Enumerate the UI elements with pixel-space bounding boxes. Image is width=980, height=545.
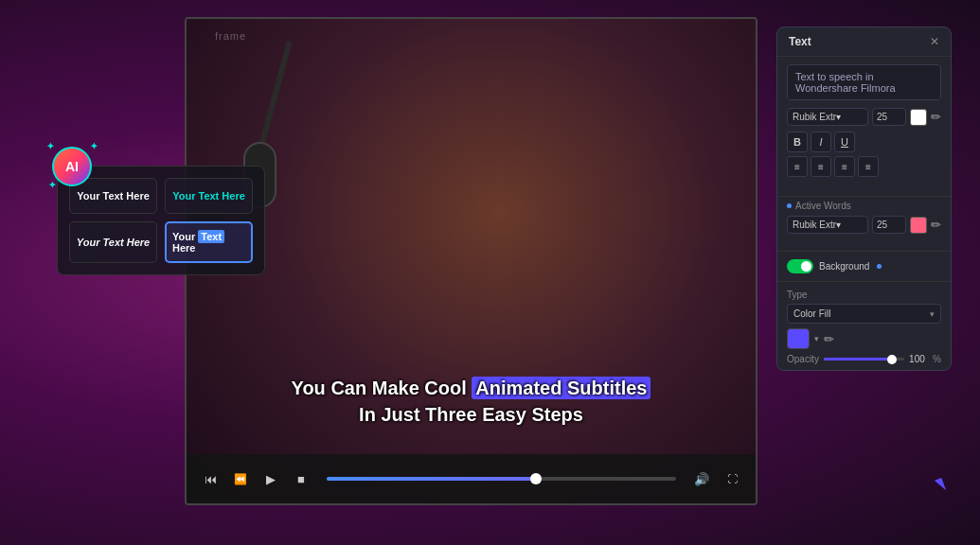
rewind-button[interactable]: ⏮ — [200, 468, 221, 489]
frame-watermark: frame — [215, 30, 246, 42]
type-section: Type Color Fill ▾ ▾ ✏ Opacity 100 % — [777, 286, 951, 370]
background-label: Background — [819, 261, 869, 272]
sparkle-icon-bl: ✦ — [48, 180, 56, 190]
align-justify-button[interactable]: ≡ — [858, 156, 879, 177]
subtitle-line-1: You Can Make Cool Animated Subtitles — [187, 375, 756, 401]
style-card-3-text: Your Text Here — [77, 237, 150, 248]
panel-body: Text to speech in Wondershare Filmora Ru… — [777, 57, 951, 192]
toggle-knob — [801, 261, 811, 272]
type-value: Color Fill — [793, 308, 830, 319]
ai-circle: AI ✦ ✦ ✦ — [52, 147, 92, 186]
text-content-input[interactable]: Text to speech in Wondershare Filmora — [787, 64, 941, 100]
style-card-2[interactable]: Your Text Here — [165, 178, 253, 214]
section-divider-2 — [777, 251, 951, 252]
active-words-size-select[interactable]: 25 — [872, 216, 906, 234]
panel-title: Text — [789, 35, 811, 48]
font-settings-row: Rubik Extr▾ 25 ✏ — [787, 108, 941, 126]
active-words-label: Active Words — [787, 201, 941, 211]
style-card-4-highlight: Text — [198, 230, 224, 243]
type-label: Type — [787, 290, 941, 300]
subtitle-highlight: Animated Subtitles — [472, 377, 650, 399]
active-words-color-swatch[interactable] — [910, 217, 927, 234]
opacity-row: Opacity 100 % — [787, 354, 941, 364]
active-words-title: Active Words — [795, 201, 851, 211]
style-card-1-text: Your Text Here — [77, 190, 150, 202]
text-align-row: ≡ ≡ ≡ ≡ — [787, 156, 941, 177]
background-dot — [877, 264, 882, 269]
video-content — [187, 19, 756, 503]
color-fill-row: ▾ ✏ — [787, 328, 941, 349]
video-player: frame You Can Make Cool Animated Subtitl… — [185, 17, 757, 505]
frame-back-button[interactable]: ⏪ — [230, 468, 251, 489]
progress-thumb[interactable] — [530, 473, 542, 484]
underline-button[interactable]: U — [834, 132, 855, 152]
align-left-button[interactable]: ≡ — [787, 156, 808, 177]
font-color-swatch[interactable] — [910, 109, 927, 126]
style-card-4[interactable]: Your Text Here — [165, 221, 253, 263]
opacity-label: Opacity — [787, 354, 819, 364]
opacity-slider[interactable] — [824, 358, 904, 360]
stop-button[interactable]: ■ — [291, 468, 312, 489]
progress-bar[interactable] — [327, 477, 676, 481]
sparkle-icon-tl: ✦ — [46, 141, 54, 151]
opacity-fill — [824, 358, 892, 360]
sparkle-icon-tr: ✦ — [90, 141, 98, 151]
percent-sign: % — [933, 354, 941, 364]
section-divider-3 — [777, 281, 951, 282]
align-right-button[interactable]: ≡ — [834, 156, 855, 177]
text-format-row: B I U — [787, 132, 941, 152]
subtitle-text-pre: You Can Make Cool — [292, 378, 472, 398]
italic-button[interactable]: I — [811, 132, 831, 152]
style-card-3[interactable]: Your Text Here — [69, 221, 157, 263]
section-divider-1 — [777, 196, 951, 197]
volume-button[interactable]: 🔊 — [691, 468, 712, 489]
subtitle-display: You Can Make Cool Animated Subtitles In … — [187, 375, 756, 428]
active-words-font-row: Rubik Extr▾ 25 ✏ — [787, 216, 941, 234]
subtitle-line-2: In Just Three Easy Steps — [187, 401, 756, 428]
color-picker-icon[interactable]: ✏ — [931, 110, 941, 124]
fill-picker-icon[interactable]: ✏ — [824, 332, 834, 346]
video-controls: ⏮ ⏪ ▶ ■ 🔊 ⛶ — [187, 454, 756, 503]
play-button[interactable]: ▶ — [260, 468, 281, 489]
panel-header: Text ✕ — [777, 27, 951, 57]
progress-fill — [327, 477, 536, 481]
background-row: Background — [777, 255, 951, 277]
font-family-select[interactable]: Rubik Extr▾ — [787, 108, 868, 126]
align-center-button[interactable]: ≡ — [811, 156, 831, 177]
fill-color-swatch[interactable] — [787, 328, 810, 349]
active-words-section: Active Words Rubik Extr▾ 25 ✏ — [777, 201, 951, 247]
section-dot — [787, 203, 792, 208]
expand-button[interactable]: ⛶ — [722, 468, 742, 489]
active-words-font-select[interactable]: Rubik Extr▾ — [787, 216, 868, 234]
opacity-value: 100 — [909, 354, 928, 364]
style-card-4-text: Your Text Here — [172, 231, 245, 254]
text-editor-panel: Text ✕ Text to speech in Wondershare Fil… — [776, 26, 952, 371]
type-select[interactable]: Color Fill ▾ — [787, 304, 941, 324]
ai-badge-label: AI — [65, 159, 79, 174]
style-card-2-text: Your Text Here — [172, 190, 245, 202]
font-size-select[interactable]: 25 — [872, 108, 906, 126]
opacity-thumb[interactable] — [887, 355, 897, 364]
style-grid: Your Text Here Your Text Here Your Text … — [69, 178, 253, 263]
background-toggle[interactable] — [787, 259, 813, 273]
bold-button[interactable]: B — [787, 132, 808, 152]
fill-chevron-icon: ▾ — [814, 334, 819, 343]
type-chevron-icon: ▾ — [930, 309, 935, 319]
panel-close-button[interactable]: ✕ — [930, 35, 939, 48]
ai-badge-container: AI ✦ ✦ ✦ — [52, 147, 92, 186]
active-words-picker-icon[interactable]: ✏ — [931, 218, 941, 232]
